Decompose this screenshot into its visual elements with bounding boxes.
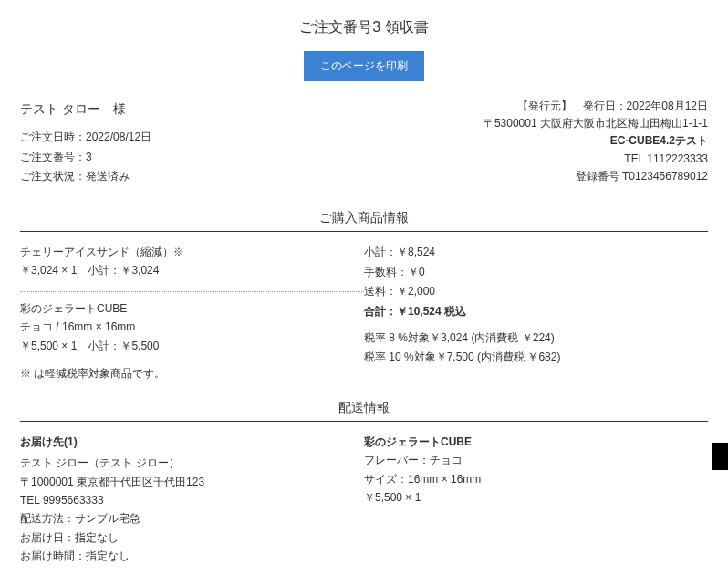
delivery-tel: TEL 9995663333 <box>20 491 364 509</box>
subtotal: 小計：￥8,524 <box>364 243 708 263</box>
company-address: 〒5300001 大阪府大阪市北区梅山田梅山1-1-1 <box>484 115 708 132</box>
order-status: ご注文状況：発送済み <box>20 167 151 187</box>
order-datetime: ご注文日時：2022/08/12日 <box>20 128 151 148</box>
order-number: ご注文番号：3 <box>20 148 151 168</box>
item-row: チェリーアイスサンド（縮減）※ ￥3,024 × 1 小計：￥3,024 <box>20 243 364 280</box>
delivery-product: 彩のジェラートCUBE <box>364 433 708 451</box>
delivery-spec: フレーバー：チョコ <box>364 451 708 469</box>
print-button[interactable]: このページを印刷 <box>304 51 424 81</box>
fee: 手数料：￥0 <box>364 263 708 283</box>
item-spec: チョコ / 16mm × 16mm <box>20 318 364 336</box>
delivery-addr: 〒1000001 東京都千代田区千代田123 <box>20 473 364 491</box>
customer-name: テスト タロー 様 <box>20 98 151 120</box>
item-name: 彩のジェラートCUBE <box>20 299 364 318</box>
tax-breakdown: 税率 8 %対象￥3,024 (内消費税 ￥224) 税率 10 %対象￥7,5… <box>364 329 708 366</box>
delivery-title: お届け先(1) <box>20 433 364 451</box>
issued-line: 【発行元】 発行日：2022年08月12日 <box>484 98 708 115</box>
delivery-name: テスト ジロー（テスト ジロー） <box>20 454 364 472</box>
delivery-price: ￥5,500 × 1 <box>364 488 708 507</box>
item-name: チェリーアイスサンド（縮減）※ <box>20 243 364 261</box>
delivery-block: お届け先(1) テスト ジロー（テスト ジロー） 〒1000001 東京都千代田… <box>20 433 708 576</box>
section-delivery: 配送情報 <box>20 400 708 422</box>
shipping: 送料：￥2,000 <box>364 282 708 302</box>
delivery-time: お届け時間：指定なし <box>20 547 364 565</box>
item-price: ￥3,024 × 1 小計：￥3,024 <box>20 261 364 279</box>
page-title: ご注文番号3 領収書 <box>20 18 708 37</box>
tax-10: 税率 10 %対象￥7,500 (内消費税 ￥682) <box>364 348 708 366</box>
item-price: ￥5,500 × 1 小計：￥5,500 <box>20 337 364 355</box>
section-purchase: ご購入商品情報 <box>20 210 708 232</box>
tax-8: 税率 8 %対象￥3,024 (内消費税 ￥224) <box>364 329 708 347</box>
decorative-block <box>712 443 728 470</box>
company-tel: TEL 1112223333 <box>484 151 708 168</box>
item-row: 彩のジェラートCUBE チョコ / 16mm × 16mm ￥5,500 × 1… <box>20 299 364 355</box>
customer-info: テスト タロー 様 ご注文日時：2022/08/12日 ご注文番号：3 ご注文状… <box>20 98 151 187</box>
totals: 小計：￥8,524 手数料：￥0 送料：￥2,000 合計：￥10,524 税込 <box>364 243 708 321</box>
company-name: EC-CUBE4.2テスト <box>484 132 708 150</box>
tax-note: ※ は軽減税率対象商品です。 <box>20 366 364 382</box>
delivery-date: お届け日：指定なし <box>20 529 364 547</box>
delivery-spec: サイズ：16mm × 16mm <box>364 470 708 488</box>
total: 合計：￥10,524 税込 <box>364 302 708 322</box>
company-info: 【発行元】 発行日：2022年08月12日 〒5300001 大阪府大阪市北区梅… <box>484 98 708 187</box>
divider <box>20 291 364 292</box>
company-reg: 登録番号 T0123456789012 <box>484 168 708 185</box>
delivery-method: 配送方法：サンプル宅急 <box>20 509 364 528</box>
